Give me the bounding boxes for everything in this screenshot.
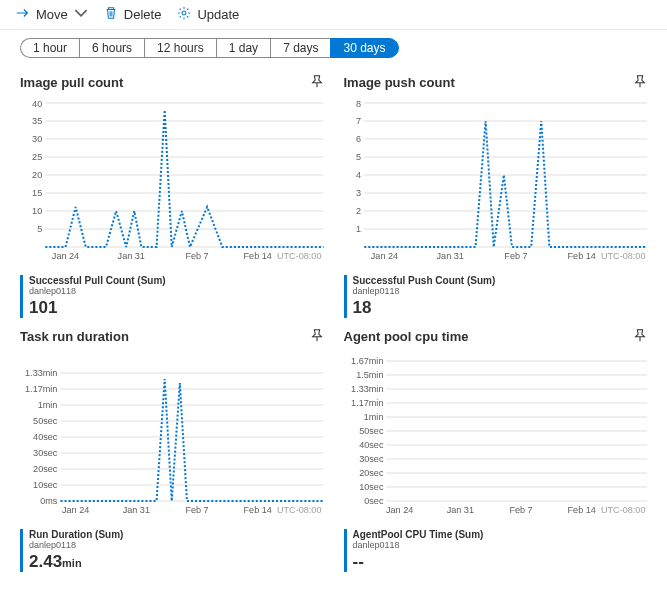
svg-text:1.17min: 1.17min bbox=[25, 384, 57, 394]
move-button[interactable]: Move bbox=[16, 6, 88, 23]
svg-text:15: 15 bbox=[32, 188, 42, 198]
legend-metric: AgentPool CPU Time (Sum) bbox=[353, 529, 648, 540]
legend-value: 18 bbox=[353, 298, 648, 318]
svg-text:Feb 7: Feb 7 bbox=[509, 505, 532, 515]
pin-button[interactable] bbox=[310, 74, 324, 91]
svg-text:1.17min: 1.17min bbox=[351, 398, 383, 408]
chart-image-pull-count: Image pull count 5 10 bbox=[20, 74, 324, 318]
svg-text:Feb 14: Feb 14 bbox=[567, 505, 595, 515]
svg-text:Feb 7: Feb 7 bbox=[185, 251, 208, 261]
update-button[interactable]: Update bbox=[177, 6, 239, 23]
svg-text:0ms: 0ms bbox=[40, 496, 58, 506]
svg-text:20sec: 20sec bbox=[33, 464, 58, 474]
tab-7-days[interactable]: 7 days bbox=[270, 38, 330, 58]
move-label: Move bbox=[36, 7, 68, 22]
svg-text:40sec: 40sec bbox=[359, 440, 384, 450]
legend-resource: danlep0118 bbox=[353, 540, 648, 550]
move-icon bbox=[16, 6, 30, 23]
svg-text:35: 35 bbox=[32, 116, 42, 126]
svg-text:30sec: 30sec bbox=[33, 448, 58, 458]
chevron-down-icon bbox=[74, 6, 88, 23]
legend-value: -- bbox=[353, 552, 648, 572]
svg-text:4: 4 bbox=[356, 170, 361, 180]
svg-text:Jan 31: Jan 31 bbox=[123, 505, 150, 515]
charts-grid: Image pull count 5 10 bbox=[0, 62, 667, 584]
svg-text:Jan 24: Jan 24 bbox=[62, 505, 89, 515]
svg-text:Feb 7: Feb 7 bbox=[504, 251, 527, 261]
gear-icon bbox=[177, 6, 191, 23]
legend-metric: Successful Pull Count (Sum) bbox=[29, 275, 324, 286]
svg-text:50sec: 50sec bbox=[359, 426, 384, 436]
chart-plot[interactable]: 1 2 3 4 5 6 7 8 Jan 24 Jan 31 Feb 7 Feb … bbox=[344, 97, 648, 267]
svg-text:6: 6 bbox=[356, 134, 361, 144]
svg-text:UTC-08:00: UTC-08:00 bbox=[600, 251, 645, 261]
tab-30-days[interactable]: 30 days bbox=[330, 38, 398, 58]
data-series bbox=[364, 121, 647, 247]
svg-text:1.67min: 1.67min bbox=[351, 356, 383, 366]
time-range-tabs: 1 hour 6 hours 12 hours 1 day 7 days 30 … bbox=[0, 30, 667, 62]
svg-text:1.33min: 1.33min bbox=[25, 368, 57, 378]
chart-title: Task run duration bbox=[20, 329, 129, 344]
svg-text:7: 7 bbox=[356, 116, 361, 126]
svg-text:Jan 31: Jan 31 bbox=[446, 505, 473, 515]
svg-text:1: 1 bbox=[356, 224, 361, 234]
chart-legend: AgentPool CPU Time (Sum) danlep0118 -- bbox=[344, 529, 648, 572]
pin-button[interactable] bbox=[633, 328, 647, 345]
chart-plot[interactable]: 0ms 10sec 20sec 30sec 40sec 50sec 1min 1… bbox=[20, 351, 324, 521]
svg-text:50sec: 50sec bbox=[33, 416, 58, 426]
svg-text:2: 2 bbox=[356, 206, 361, 216]
legend-value: 101 bbox=[29, 298, 324, 318]
svg-text:UTC-08:00: UTC-08:00 bbox=[277, 251, 322, 261]
legend-metric: Successful Push Count (Sum) bbox=[353, 275, 648, 286]
legend-metric: Run Duration (Sum) bbox=[29, 529, 324, 540]
data-series bbox=[60, 379, 323, 501]
svg-text:Jan 31: Jan 31 bbox=[118, 251, 145, 261]
chart-plot[interactable]: 5 10 15 20 25 30 35 40 Jan 24 Jan 31 Feb… bbox=[20, 97, 324, 267]
svg-text:20: 20 bbox=[32, 170, 42, 180]
svg-text:25: 25 bbox=[32, 152, 42, 162]
tab-1-hour[interactable]: 1 hour bbox=[20, 38, 79, 58]
chart-title: Image pull count bbox=[20, 75, 123, 90]
svg-text:3: 3 bbox=[356, 188, 361, 198]
gridlines bbox=[60, 373, 323, 501]
svg-text:30: 30 bbox=[32, 134, 42, 144]
svg-text:5: 5 bbox=[356, 152, 361, 162]
chart-plot[interactable]: 0sec 10sec 20sec 30sec 40sec 50sec 1min … bbox=[344, 351, 648, 521]
svg-text:UTC-08:00: UTC-08:00 bbox=[600, 505, 645, 515]
svg-text:1min: 1min bbox=[38, 400, 58, 410]
delete-button[interactable]: Delete bbox=[104, 6, 162, 23]
chart-task-run-duration: Task run duration 0ms 10sec bbox=[20, 328, 324, 572]
data-series bbox=[45, 110, 323, 247]
legend-resource: danlep0118 bbox=[29, 286, 324, 296]
pin-button[interactable] bbox=[310, 328, 324, 345]
svg-text:Jan 24: Jan 24 bbox=[370, 251, 397, 261]
svg-text:Feb 14: Feb 14 bbox=[244, 251, 272, 261]
svg-text:20sec: 20sec bbox=[359, 468, 384, 478]
svg-text:1.5min: 1.5min bbox=[356, 370, 383, 380]
svg-text:Feb 14: Feb 14 bbox=[244, 505, 272, 515]
svg-text:Jan 24: Jan 24 bbox=[385, 505, 412, 515]
chart-legend: Successful Pull Count (Sum) danlep0118 1… bbox=[20, 275, 324, 318]
tab-12-hours[interactable]: 12 hours bbox=[144, 38, 216, 58]
svg-text:5: 5 bbox=[37, 224, 42, 234]
svg-text:1.33min: 1.33min bbox=[351, 384, 383, 394]
delete-label: Delete bbox=[124, 7, 162, 22]
toolbar: Move Delete Update bbox=[0, 0, 667, 30]
chart-title: Agent pool cpu time bbox=[344, 329, 469, 344]
svg-text:Jan 31: Jan 31 bbox=[436, 251, 463, 261]
tab-1-day[interactable]: 1 day bbox=[216, 38, 270, 58]
svg-text:30sec: 30sec bbox=[359, 454, 384, 464]
pin-button[interactable] bbox=[633, 74, 647, 91]
trash-icon bbox=[104, 6, 118, 23]
legend-value: 2.43min bbox=[29, 552, 324, 572]
chart-title: Image push count bbox=[344, 75, 455, 90]
chart-agent-pool-cpu-time: Agent pool cpu time bbox=[344, 328, 648, 572]
svg-text:10sec: 10sec bbox=[359, 482, 384, 492]
svg-text:Feb 14: Feb 14 bbox=[567, 251, 595, 261]
svg-text:1min: 1min bbox=[363, 412, 383, 422]
svg-text:UTC-08:00: UTC-08:00 bbox=[277, 505, 322, 515]
chart-legend: Successful Push Count (Sum) danlep0118 1… bbox=[344, 275, 648, 318]
svg-text:10: 10 bbox=[32, 206, 42, 216]
svg-text:40: 40 bbox=[32, 99, 42, 109]
tab-6-hours[interactable]: 6 hours bbox=[79, 38, 144, 58]
